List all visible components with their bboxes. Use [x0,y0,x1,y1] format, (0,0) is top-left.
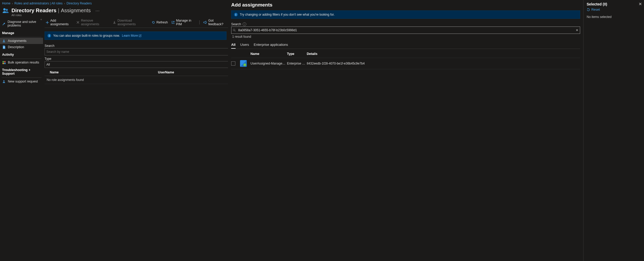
blade-title: Add assignments [231,2,272,8]
add-assignments-label: Add assignments [50,19,73,26]
svg-point-2 [3,40,5,41]
page-subtitle: All roles [0,14,228,17]
breadcrumb: Home › Roles and administrators | All ro… [0,0,228,6]
col-type: Type [287,52,307,56]
info-icon: i [234,13,238,16]
no-assignments-message: No role assignments found [45,76,228,84]
plus-icon [46,21,49,24]
nav-description[interactable]: Description [0,44,43,50]
chevron-right-icon: › [12,2,13,5]
nav-section-troubleshoot: Troubleshooting + Support [0,66,43,77]
refresh-label: Refresh [156,21,168,24]
download-assignments-button[interactable]: Download assignments [113,19,148,26]
search-by-name-input[interactable] [45,48,230,55]
role-group-icon [2,7,9,14]
page-title: Directory Readers | Assignments ⋯ [11,8,100,14]
download-assignments-label: Download assignments [118,19,148,26]
manage-in-pim-button[interactable]: Manage in PIM [171,19,196,26]
chevron-right-icon: › [64,2,65,5]
blade-tip-banner: i Try changing or adding filters if you … [231,10,580,19]
column-name[interactable]: Name [50,71,158,74]
clear-search-button[interactable]: ✕ [574,28,580,32]
nav-support-request[interactable]: New support request [0,78,43,85]
nav-support-label: New support request [8,80,38,83]
learn-more-link[interactable]: Learn More [122,34,142,37]
remove-assignments-label: Remove assignments [81,19,109,26]
results-header: Name Type Details [231,49,580,58]
nav-diagnose[interactable]: Diagnose and solve problems [0,19,43,29]
svg-point-7 [3,80,5,82]
info-banner-text: You can also assign built-in roles to gr… [53,34,120,37]
svg-rect-3 [2,61,4,62]
search-icon [231,29,237,32]
got-feedback-button[interactable]: Got feedback? [203,19,227,26]
manage-in-pim-label: Manage in PIM [176,19,196,26]
refresh-icon [151,21,155,24]
nav-assignments[interactable]: Assignments [0,38,43,44]
nav-bulk-results[interactable]: Bulk operation results [0,59,43,66]
svg-rect-6 [4,63,5,64]
blade-search-row: ✕ [231,27,580,34]
col-name: Name [250,52,287,56]
role-name: Directory Readers [11,8,56,14]
breadcrumb-current[interactable]: Directory Readers [66,2,92,5]
more-actions-button[interactable]: ⋯ [95,8,100,13]
info-icon[interactable]: i [243,22,246,26]
search-label: Search [45,44,228,48]
tab-all[interactable]: All [231,41,236,49]
result-count: 1 result found [232,35,580,39]
close-blade-button[interactable]: ✕ [639,2,642,7]
external-link-icon [171,21,175,24]
got-feedback-label: Got feedback? [208,19,227,26]
svg-point-8 [233,29,235,31]
x-icon [76,21,80,24]
megaphone-icon [203,21,207,24]
breadcrumb-roles[interactable]: Roles and administrators | All roles [14,2,63,5]
tab-enterprise-apps[interactable]: Enterprise applications [254,41,288,49]
nav-section-activity: Activity [0,50,43,58]
reset-icon [587,8,590,11]
page-section: Assignments [61,8,91,14]
result-tabs: All Users Enterprise applications [231,41,580,49]
document-icon [2,45,6,49]
col-details: Details [307,52,580,56]
reset-button[interactable]: Reset [587,8,641,11]
info-icon: i [47,34,51,37]
row-details: 8432eedb-1f28-4070-be1f-e36b45c9e7b4 [307,62,580,65]
nav-section-manage: Manage [0,29,43,36]
svg-point-0 [3,8,6,11]
nav-assignments-label: Assignments [8,39,27,43]
nav-bulk-label: Bulk operation results [8,61,39,64]
svg-rect-5 [2,63,4,64]
refresh-button[interactable]: Refresh [151,21,168,24]
no-items-selected: No items selected [587,15,641,19]
nav-description-label: Description [8,45,24,49]
info-banner: i You can also assign built-in roles to … [45,31,226,40]
breadcrumb-home[interactable]: Home [2,2,10,5]
remove-assignments-button[interactable]: Remove assignments [76,19,109,26]
result-row[interactable]: UserAssigned-ManagedIdentity Enterprise … [231,58,580,69]
download-icon [113,21,116,24]
puzzle-icon [2,61,6,64]
tab-users[interactable]: Users [240,41,249,49]
blade-tip-text: Try changing or adding filters if you do… [240,13,335,16]
enterprise-app-icon [240,60,247,67]
row-type: Enterprise ap… [287,62,307,65]
add-assignments-button[interactable]: Add assignments [46,19,73,26]
nav-diagnose-label: Diagnose and solve problems [8,20,41,27]
blade-search-input[interactable] [237,27,574,34]
type-label: Type [45,57,228,61]
row-checkbox[interactable] [231,61,235,66]
reset-label: Reset [591,8,600,11]
svg-point-1 [6,9,8,11]
collapse-nav-button[interactable]: « [40,18,42,21]
selected-title: Selected (0) [587,2,641,6]
svg-rect-4 [4,61,5,62]
person-icon [2,39,6,43]
type-dropdown[interactable]: All [45,61,230,68]
blade-search-label: Search [231,22,241,26]
wrench-icon [2,22,5,26]
row-name: UserAssigned-ManagedIdentity [250,62,287,65]
column-username[interactable]: UserName [158,71,228,74]
type-value: All [46,63,50,66]
